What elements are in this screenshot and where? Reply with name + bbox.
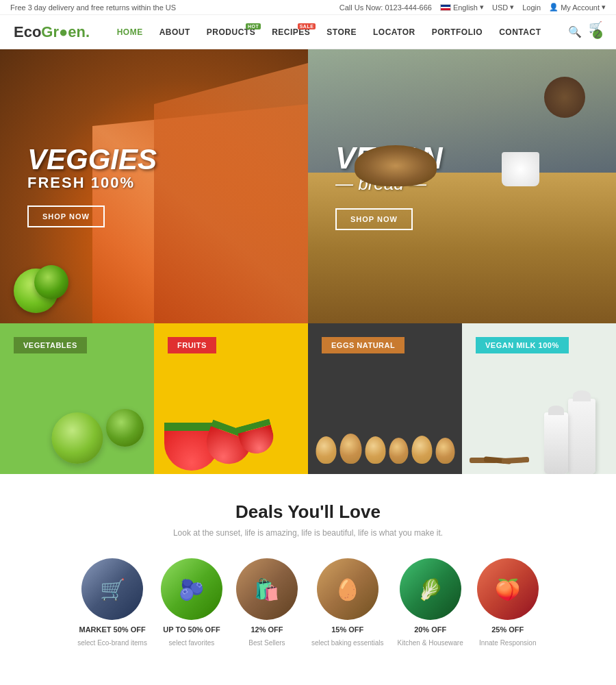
recipes-badge: SALE [298, 23, 316, 29]
cart-count: 2 [593, 29, 602, 39]
header-icons: 🔍 🛒 2 [568, 21, 602, 43]
category-eggs[interactable]: EGGS NATURAL [308, 323, 462, 474]
hero-right: VEGAN — bread — SHOP NOW [308, 49, 616, 323]
hero-section: VEGGIES FRESH 100% SHOP NOW VEGAN — brea… [0, 49, 616, 323]
main-nav: HOME ABOUT PRODUCTS HOT RECIPES SALE STO… [109, 22, 550, 42]
cat-label-vegan-milk: VEGAN MILK 100% [476, 337, 569, 353]
language-selector[interactable]: English ▾ [440, 3, 484, 12]
nav-products[interactable]: PRODUCTS HOT [198, 22, 264, 42]
hero-left: VEGGIES FRESH 100% SHOP NOW [0, 49, 308, 323]
nav-home[interactable]: HOME [109, 22, 151, 42]
search-icon[interactable]: 🔍 [568, 25, 582, 38]
deal-item[interactable]: 🍑 25% OFF Innate Responsion [477, 558, 539, 647]
category-vegetables[interactable]: VEGETABLES [0, 323, 154, 474]
hero-left-title: VEGGIES [27, 145, 281, 174]
deal-sublabel-1: select Eco-brand items [77, 639, 147, 647]
cat-label-vegetables: VEGETABLES [14, 337, 87, 353]
nav-recipes[interactable]: RECIPES SALE [264, 22, 318, 42]
top-bar-right: Call Us Now: 0123-444-666 English ▾ USD … [339, 3, 606, 12]
deal-label-3: 12% OFF [251, 625, 283, 634]
nav-locator[interactable]: LOCATOR [365, 22, 424, 42]
logo[interactable]: EcoGr●en. [14, 23, 90, 41]
hero-right-cta[interactable]: SHOP NOW [335, 208, 413, 230]
login-link[interactable]: Login [522, 3, 541, 12]
nav-about[interactable]: ABOUT [151, 22, 198, 42]
currency-selector[interactable]: USD ▾ [492, 3, 514, 12]
deal-circle-2: 🫐 [161, 558, 222, 620]
flag-icon [440, 4, 451, 11]
deal-circle-4: 🥚 [317, 558, 378, 620]
cat-label-eggs: EGGS NATURAL [322, 337, 405, 353]
deal-label-6: 25% OFF [491, 625, 524, 634]
nav-store[interactable]: STORE [318, 22, 365, 42]
promo-text: Free 3 day delivery and free returns wit… [10, 3, 176, 12]
deal-label-2: UP TO 50% OFF [163, 625, 220, 634]
category-fruits[interactable]: FRUITS [154, 323, 308, 474]
deal-label-4: 15% OFF [331, 625, 363, 634]
deal-circle-5: 🥬 [400, 558, 461, 620]
hero-left-cta[interactable]: SHOP NOW [27, 206, 105, 227]
deal-circle-1: 🛒 [81, 558, 143, 620]
bestseller-section: Best Seller Products Look at the sunset,… [0, 667, 616, 685]
hero-left-content: VEGGIES FRESH 100% SHOP NOW [27, 145, 281, 227]
deal-item[interactable]: 🥚 15% OFF select baking essentials [311, 558, 384, 647]
deal-circle-3: 🛍️ [236, 558, 298, 620]
my-account-link[interactable]: 👤 My Account ▾ [549, 3, 606, 12]
deal-sublabel-3: Best Sellers [248, 639, 285, 647]
products-badge: HOT [246, 23, 261, 29]
deals-title: Deals You'll Love [14, 501, 602, 523]
deal-sublabel-4: select baking essentials [311, 639, 384, 647]
top-bar: Free 3 day delivery and free returns wit… [0, 0, 616, 15]
hero-left-subtitle: FRESH 100% [27, 174, 281, 192]
deal-item[interactable]: 🛒 MARKET 50% OFF select Eco-brand items [77, 558, 147, 647]
deal-circle-6: 🍑 [477, 558, 539, 620]
deal-item[interactable]: 🥬 20% OFF Kitchen & Houseware [398, 558, 463, 647]
deal-label-1: MARKET 50% OFF [79, 625, 146, 634]
deals-subtitle: Look at the sunset, life is amazing, lif… [14, 528, 602, 538]
deal-sublabel-6: Innate Responsion [479, 639, 536, 647]
deal-sublabel-2: select favorites [169, 639, 215, 647]
deal-sublabel-5: Kitchen & Houseware [398, 639, 463, 647]
category-vegan-milk[interactable]: VEGAN MILK 100% [462, 323, 616, 474]
deals-section: Deals You'll Love Look at the sunset, li… [0, 474, 616, 667]
deal-item[interactable]: 🛍️ 12% OFF Best Sellers [236, 558, 298, 647]
cat-label-fruits: FRUITS [168, 337, 216, 353]
nav-contact[interactable]: CONTACT [491, 22, 549, 42]
deals-grid: 🛒 MARKET 50% OFF select Eco-brand items … [14, 558, 602, 647]
category-grid: VEGETABLES FRUITS EGGS NATURAL VEGAN MIL… [0, 323, 616, 474]
phone-number: Call Us Now: 0123-444-666 [339, 3, 432, 12]
deal-item[interactable]: 🫐 UP TO 50% OFF select favorites [161, 558, 222, 647]
cart-icon[interactable]: 🛒 2 [589, 21, 602, 43]
header: EcoGr●en. HOME ABOUT PRODUCTS HOT RECIPE… [0, 15, 616, 49]
nav-portfolio[interactable]: PORTFOLIO [424, 22, 491, 42]
deal-label-5: 20% OFF [414, 625, 446, 634]
